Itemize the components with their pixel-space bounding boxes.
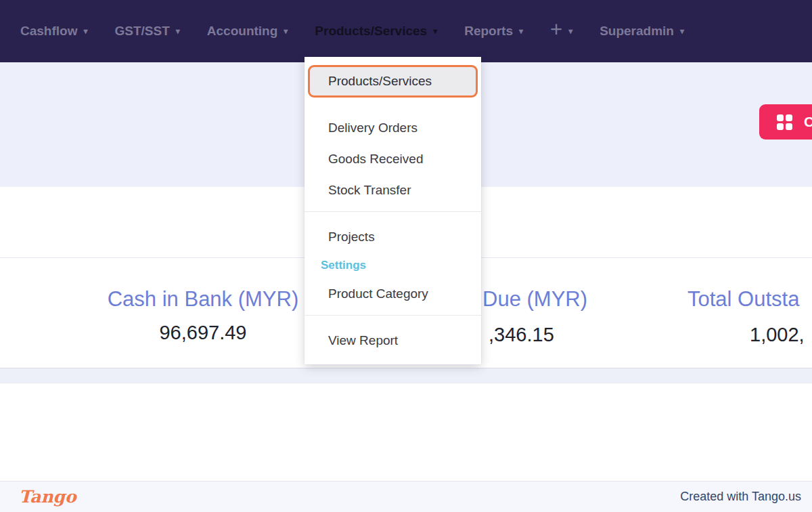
chevron-down-icon: ▾ (284, 27, 288, 35)
stat-value: 96,697.49 (99, 322, 307, 344)
nav-item-accounting[interactable]: Accounting ▾ (194, 24, 302, 39)
nav-item-reports[interactable]: Reports ▾ (451, 24, 537, 39)
stat-label-due: Due (MYR) (482, 287, 587, 312)
stat-label-total-outstanding: Total Outsta (687, 287, 799, 312)
chevron-down-icon: ▾ (83, 27, 87, 35)
clipped-button-label: C (804, 114, 812, 130)
tango-logo: Tango (19, 487, 76, 507)
nav-item-gst-sst[interactable]: GST/SST ▾ (101, 24, 193, 39)
stat-cash-in-bank: Cash in Bank (MYR) 96,697.49 (99, 287, 307, 344)
menu-spacer (304, 98, 481, 112)
chevron-down-icon: ▾ (519, 27, 523, 35)
menu-item-product-category[interactable]: Product Category (304, 278, 481, 310)
menu-item-goods-received[interactable]: Goods Received (304, 144, 481, 175)
nav-item-label: Superadmin (600, 24, 674, 39)
nav-item-label: Cashflow (20, 24, 77, 39)
tango-footer: Tango Created with Tango.us (0, 481, 812, 512)
stat-value-due: ,346.15 (489, 324, 554, 346)
stat-label: Cash in Bank (MYR) (99, 287, 307, 312)
nav-item-label: Accounting (207, 24, 278, 39)
nav-item-quick-add[interactable]: + ▾ (537, 22, 586, 41)
nav-item-label: GST/SST (114, 24, 169, 39)
chevron-down-icon: ▾ (433, 27, 437, 35)
menu-section-settings: Settings (304, 253, 481, 278)
nav-item-superadmin[interactable]: Superadmin ▾ (586, 24, 698, 39)
page-background-band (0, 368, 812, 383)
menu-item-delivery-orders[interactable]: Delivery Orders (304, 112, 481, 144)
nav-item-cashflow[interactable]: Cashflow ▾ (7, 24, 101, 39)
menu-item-stock-transfer[interactable]: Stock Transfer (304, 175, 481, 206)
top-navbar: Cashflow ▾ GST/SST ▾ Accounting ▾ Produc… (0, 0, 812, 62)
menu-divider (304, 315, 481, 316)
menu-divider (304, 211, 481, 212)
nav-item-products-services[interactable]: Products/Services ▾ (301, 24, 451, 39)
plus-icon: + (550, 20, 562, 39)
nav-item-label: Reports (464, 24, 513, 39)
chevron-down-icon: ▾ (680, 27, 684, 35)
create-button[interactable]: C (759, 104, 812, 140)
nav-item-label: Products/Services (315, 24, 427, 39)
grid-icon (777, 114, 792, 130)
chevron-down-icon: ▾ (176, 27, 180, 35)
products-services-menu: Products/Services Delivery Orders Goods … (304, 57, 481, 364)
menu-item-view-report[interactable]: View Report (304, 325, 481, 356)
menu-item-projects[interactable]: Projects (304, 221, 481, 253)
chevron-down-icon: ▾ (568, 27, 572, 35)
stat-value-total-outstanding: 1,002, (750, 324, 805, 346)
tango-credit-link[interactable]: Created with Tango.us (680, 490, 801, 504)
menu-item-products-services[interactable]: Products/Services (308, 65, 478, 98)
